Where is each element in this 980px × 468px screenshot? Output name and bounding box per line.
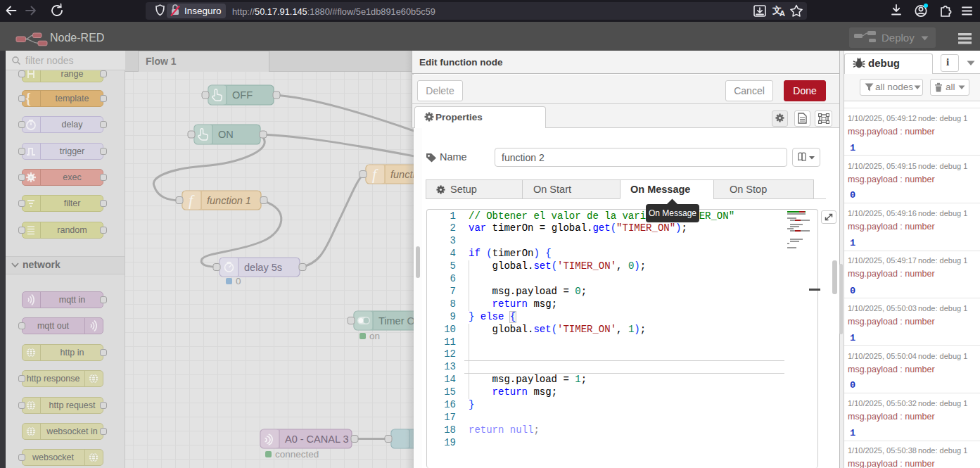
svg-text:ON: ON xyxy=(218,129,234,140)
svg-text:delay 5s: delay 5s xyxy=(244,262,282,273)
svg-text:function 1: function 1 xyxy=(207,195,251,206)
svg-text:0: 0 xyxy=(236,276,241,286)
svg-text:on: on xyxy=(369,331,380,341)
svg-text:connected: connected xyxy=(275,449,319,460)
svg-text:A0 - CANAL 3: A0 - CANAL 3 xyxy=(285,434,349,445)
svg-text:A: A xyxy=(779,9,785,18)
svg-text:OFF: OFF xyxy=(232,89,253,101)
